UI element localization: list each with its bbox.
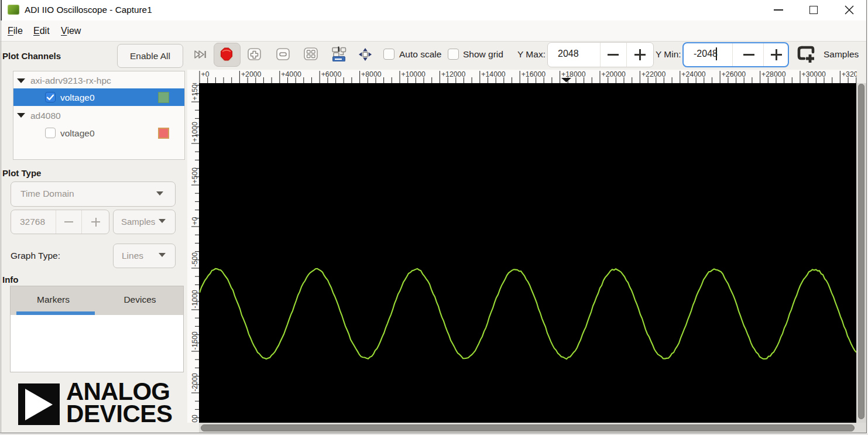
svg-text:+6000: +6000 <box>321 70 342 78</box>
svg-text:+26000: +26000 <box>722 70 746 78</box>
svg-text:+500: +500 <box>191 167 199 184</box>
svg-text:+10000: +10000 <box>402 70 426 78</box>
svg-text:+18000: +18000 <box>561 70 586 78</box>
svg-text:-1500: -1500 <box>191 331 199 350</box>
svg-text:-2500: -2500 <box>191 415 199 423</box>
svg-text:+20000: +20000 <box>602 70 626 78</box>
svg-text:+2000: +2000 <box>241 70 262 78</box>
svg-text:+16000: +16000 <box>522 70 546 78</box>
svg-text:+0: +0 <box>201 70 210 78</box>
svg-text:+4000: +4000 <box>281 70 301 78</box>
svg-text:-500: -500 <box>191 252 199 267</box>
svg-text:+8000: +8000 <box>361 70 382 78</box>
svg-text:+30000: +30000 <box>802 70 826 78</box>
svg-text:+32000: +32000 <box>842 70 857 78</box>
svg-text:+1500: +1500 <box>191 83 199 101</box>
svg-text:+28000: +28000 <box>761 70 786 78</box>
svg-text:+12000: +12000 <box>441 70 466 78</box>
svg-text:-1000: -1000 <box>191 290 199 309</box>
svg-text:+0: +0 <box>191 217 199 225</box>
svg-text:+22000: +22000 <box>641 70 666 78</box>
svg-text:+24000: +24000 <box>681 70 706 78</box>
svg-text:-2000: -2000 <box>191 373 199 392</box>
svg-text:+1000: +1000 <box>191 122 199 142</box>
svg-text:+14000: +14000 <box>481 70 506 78</box>
